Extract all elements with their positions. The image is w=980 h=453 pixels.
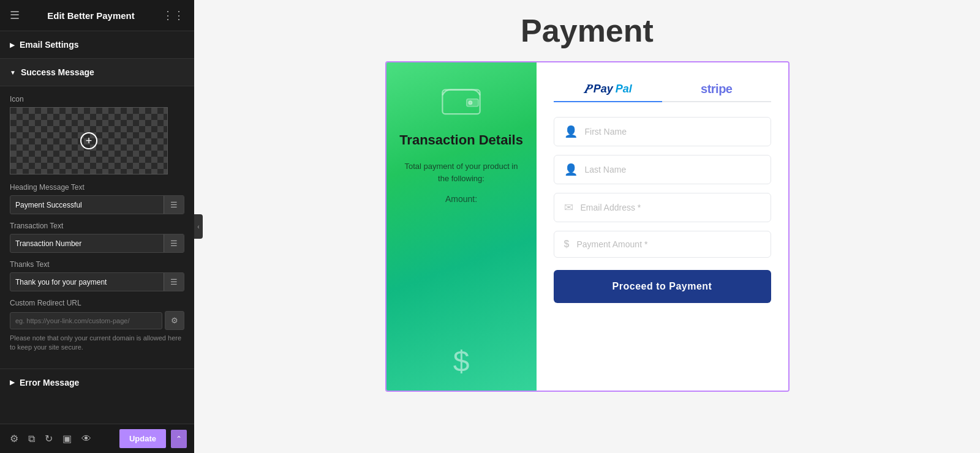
email-input[interactable] bbox=[581, 203, 761, 212]
sidebar-title: Edit Better Payment bbox=[47, 10, 135, 21]
tab-paypal[interactable]: 𝑃 PayPal bbox=[554, 77, 663, 101]
bottom-toolbar: ⚙ ⧉ ↻ ▣ 👁 Update ⌃ bbox=[0, 424, 194, 453]
payment-amount-row: $ bbox=[554, 231, 771, 258]
error-message-label: Error Message bbox=[20, 378, 79, 387]
proceed-to-payment-button[interactable]: Proceed to Payment bbox=[554, 270, 771, 303]
paypal-p-letter: 𝑃 bbox=[584, 82, 591, 96]
first-name-input[interactable] bbox=[585, 127, 761, 137]
thanks-text-input[interactable] bbox=[10, 274, 164, 291]
widget-left-panel: Transaction Details Total payment of you… bbox=[386, 62, 537, 391]
transaction-desc: Total payment of your product in the fol… bbox=[399, 160, 524, 184]
arrow-right-icon: ▶ bbox=[10, 42, 15, 48]
paypal-text2: Pal bbox=[616, 83, 632, 95]
transaction-icon-btn[interactable]: ☰ bbox=[164, 234, 184, 252]
arrow-right-error-icon: ▶ bbox=[10, 379, 15, 386]
svg-point-2 bbox=[469, 101, 472, 104]
transaction-text-label: Transaction Text bbox=[10, 222, 184, 230]
eye-icon[interactable]: 👁 bbox=[79, 431, 94, 447]
success-message-content: Icon + Heading Message Text ☰ Transactio… bbox=[0, 86, 194, 369]
thanks-text-field: Thanks Text ☰ bbox=[10, 260, 184, 291]
widget-right-panel: 𝑃 PayPal stripe 👤 👤 ✉ bbox=[537, 62, 788, 391]
payment-tabs: 𝑃 PayPal stripe bbox=[554, 77, 771, 102]
history-icon[interactable]: ↻ bbox=[42, 430, 55, 447]
last-name-row: 👤 bbox=[554, 155, 771, 184]
redirect-url-field: Custom Redirect URL ⚙ Please note that o… bbox=[10, 299, 184, 353]
sidebar-collapse-handle[interactable]: ‹ bbox=[194, 214, 203, 239]
stripe-text: stripe bbox=[701, 82, 732, 96]
email-icon: ✉ bbox=[564, 201, 573, 214]
email-row: ✉ bbox=[554, 193, 771, 222]
update-button[interactable]: Update bbox=[119, 429, 166, 448]
redirect-note: Please note that only your current domai… bbox=[10, 334, 184, 353]
payment-amount-input[interactable] bbox=[576, 239, 760, 249]
dollar-icon: $ bbox=[453, 345, 470, 378]
first-name-row: 👤 bbox=[554, 117, 771, 146]
grid-icon[interactable]: ⋮⋮ bbox=[162, 9, 184, 22]
heading-message-input-wrapper: ☰ bbox=[10, 195, 184, 214]
copy-icon[interactable]: ▣ bbox=[60, 430, 74, 447]
arrow-down-icon: ▼ bbox=[10, 69, 16, 76]
heading-message-input[interactable] bbox=[10, 197, 164, 214]
error-message-section[interactable]: ▶ Error Message bbox=[0, 369, 194, 396]
redirect-url-label: Custom Redirect URL bbox=[10, 299, 184, 307]
thanks-text-input-wrapper: ☰ bbox=[10, 272, 184, 291]
transaction-text-field: Transaction Text ☰ bbox=[10, 222, 184, 253]
email-settings-label: Email Settings bbox=[20, 40, 78, 50]
paypal-text: Pay bbox=[594, 83, 613, 95]
transaction-text-input[interactable] bbox=[10, 235, 164, 252]
wallet-svg bbox=[440, 81, 483, 118]
heading-message-field: Heading Message Text ☰ bbox=[10, 183, 184, 214]
payment-widget: Transaction Details Total payment of you… bbox=[385, 61, 790, 392]
plus-icon: + bbox=[80, 132, 97, 149]
transaction-text-input-wrapper: ☰ bbox=[10, 234, 184, 253]
redirect-url-input[interactable] bbox=[10, 312, 162, 329]
main-content: Payment Transaction Details Total paymen… bbox=[194, 0, 980, 453]
icon-label: Icon bbox=[10, 95, 184, 103]
heading-message-icon-btn[interactable]: ☰ bbox=[164, 196, 184, 214]
success-message-label: Success Message bbox=[21, 67, 94, 77]
success-message-section[interactable]: ▼ Success Message bbox=[0, 59, 194, 86]
settings-icon[interactable]: ⚙ bbox=[7, 430, 21, 447]
tab-stripe[interactable]: stripe bbox=[662, 77, 771, 101]
hamburger-icon[interactable]: ☰ bbox=[10, 9, 20, 22]
redirect-url-row: ⚙ bbox=[10, 311, 184, 330]
user-icon-lastname: 👤 bbox=[564, 163, 578, 176]
dollar-amount-icon: $ bbox=[564, 239, 570, 250]
redirect-gear-btn[interactable]: ⚙ bbox=[165, 311, 184, 330]
icon-upload-area[interactable]: + bbox=[10, 107, 168, 174]
sidebar-header: ☰ Edit Better Payment ⋮⋮ bbox=[0, 0, 194, 31]
last-name-input[interactable] bbox=[585, 165, 761, 174]
email-settings-section[interactable]: ▶ Email Settings bbox=[0, 31, 194, 59]
sidebar: ☰ Edit Better Payment ⋮⋮ ▶ Email Setting… bbox=[0, 0, 194, 453]
thanks-text-label: Thanks Text bbox=[10, 260, 184, 269]
page-title: Payment bbox=[521, 12, 654, 49]
icon-field: Icon + bbox=[10, 95, 184, 174]
wallet-icon bbox=[440, 81, 483, 120]
thanks-icon-btn[interactable]: ☰ bbox=[164, 273, 184, 291]
amount-label: Amount: bbox=[445, 194, 477, 204]
user-icon-firstname: 👤 bbox=[564, 125, 578, 138]
heading-message-label: Heading Message Text bbox=[10, 183, 184, 192]
paypal-logo: 𝑃 PayPal bbox=[584, 82, 632, 96]
sidebar-content: ▶ Email Settings ▼ Success Message Icon … bbox=[0, 31, 194, 453]
layers-icon[interactable]: ⧉ bbox=[26, 431, 37, 447]
transaction-title: Transaction Details bbox=[399, 132, 523, 148]
chevron-up-button[interactable]: ⌃ bbox=[171, 430, 187, 448]
